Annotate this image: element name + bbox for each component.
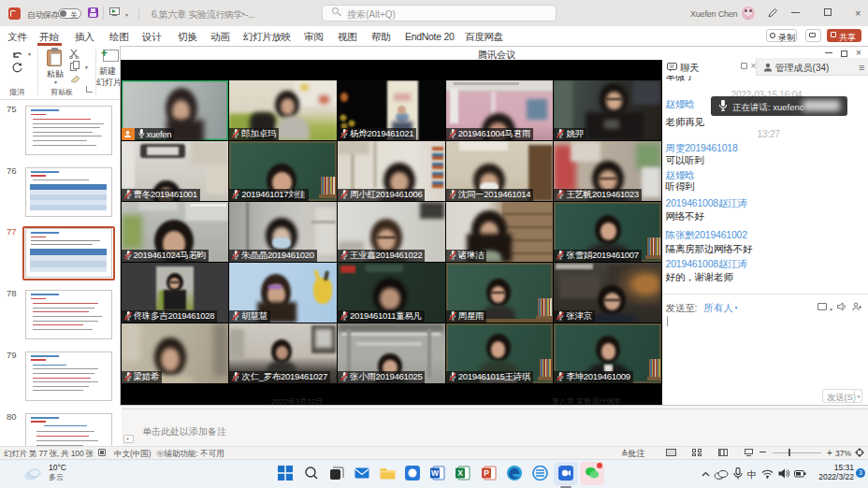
svg-text:W: W — [431, 468, 440, 478]
svg-text:P: P — [484, 468, 489, 478]
svg-text:X: X — [457, 468, 463, 478]
